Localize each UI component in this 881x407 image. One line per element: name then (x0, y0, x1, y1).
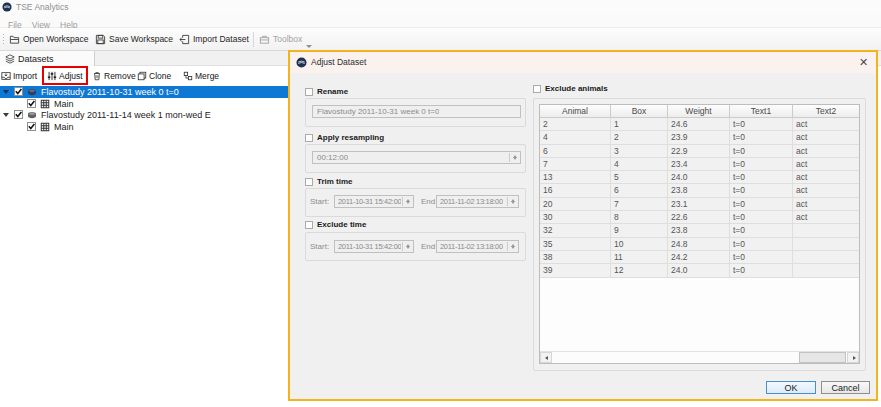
toolbar-save-workspace[interactable]: Save Workspace (95, 28, 173, 50)
table-row[interactable]: 381124.2t=0 (540, 251, 859, 264)
table-row[interactable]: 6322.9t=0act (540, 145, 859, 158)
toolbar-label: Import Dataset (193, 34, 249, 44)
table-cell: t=0 (730, 171, 793, 183)
trim-end-input[interactable]: 2011-11-02 13:18:00 (436, 195, 519, 208)
table-row[interactable]: 20723.1t=0act (540, 198, 859, 211)
table-cell (793, 264, 859, 276)
table-cell: t=0 (730, 158, 793, 170)
trim-start-input[interactable]: 2011-10-31 15:42:00 (334, 195, 414, 208)
scroll-right-icon[interactable] (847, 352, 859, 363)
tree-item[interactable]: Flavostudy 2011-11-14 week 1 mon-wed E (0, 109, 310, 121)
apply-resampling-checkbox[interactable] (305, 134, 313, 142)
trim-time-checkbox[interactable] (305, 178, 313, 186)
window-titlebar: TSE Analytics (0, 0, 881, 14)
table-row[interactable]: 351024.8t=0 (540, 238, 859, 251)
table-row[interactable]: 391224.0t=0 (540, 264, 859, 277)
table-cell: 2 (540, 118, 611, 130)
expand-arrow-icon[interactable] (3, 90, 9, 94)
table-cell: t=0 (730, 224, 793, 236)
column-header-box[interactable]: Box (611, 105, 668, 117)
close-icon[interactable]: ✕ (857, 56, 870, 69)
table-cell: 4 (540, 131, 611, 143)
tree-item[interactable]: Main (0, 121, 310, 133)
animals-table-hscrollbar[interactable] (540, 351, 859, 363)
tree-item[interactable]: Flavostudy 2011-10-31 week 0 t=0 (0, 86, 310, 98)
column-header-text2[interactable]: Text2 (793, 105, 859, 117)
table-cell: 23.4 (668, 158, 730, 170)
rename-label: Rename (317, 87, 348, 97)
animals-table-empty-area (540, 278, 859, 351)
column-header-weight[interactable]: Weight (668, 105, 730, 117)
column-header-text1[interactable]: Text1 (730, 105, 793, 117)
column-header-animal[interactable]: Animal (540, 105, 611, 117)
open-workspace-icon (9, 34, 20, 45)
exclude-animals-checkbox[interactable] (533, 85, 541, 93)
rename-checkbox[interactable] (305, 88, 313, 96)
exclude-end-input[interactable]: 2011-11-02 13:18:00 (436, 240, 519, 253)
toolbar-handle[interactable] (2, 33, 6, 46)
resampling-input[interactable]: 00:12:00 (312, 151, 521, 164)
table-cell: 5 (611, 171, 668, 183)
exclude-end-spinner[interactable] (507, 242, 517, 251)
table-cell: 4 (611, 158, 668, 170)
resampling-spinner[interactable] (509, 153, 519, 162)
table-row[interactable]: 30822.6t=0act (540, 211, 859, 224)
table-row[interactable]: 2124.6t=0act (540, 118, 859, 131)
exclude-start-input[interactable]: 2011-10-31 15:42:00 (334, 240, 414, 253)
table-cell: 39 (540, 264, 611, 276)
expand-arrow-icon[interactable] (3, 113, 9, 117)
dataset-icon (27, 110, 37, 120)
datasets-remove-button[interactable]: Remove (92, 66, 136, 85)
table-cell: 1 (611, 118, 668, 130)
import-icon (1, 71, 11, 81)
toolbar-open-workspace[interactable]: Open Workspace (9, 28, 89, 50)
toolbar-toolbox[interactable]: Toolbox (259, 28, 302, 50)
tree-item-checkbox[interactable] (14, 87, 23, 96)
datasets-clone-button[interactable]: Clone (137, 66, 171, 85)
table-cell: act (793, 118, 859, 130)
trim-start-spinner[interactable] (402, 197, 412, 206)
scroll-left-icon[interactable] (540, 352, 552, 363)
table-row[interactable]: 16623.8t=0act (540, 184, 859, 197)
tree-item[interactable]: Main (0, 98, 310, 110)
table-row[interactable]: 4223.9t=0act (540, 131, 859, 144)
tree-item-checkbox[interactable] (27, 122, 36, 131)
table-cell: 12 (611, 264, 668, 276)
tree-item-checkbox[interactable] (27, 99, 36, 108)
table-cell: t=0 (730, 118, 793, 130)
tree-item-checkbox[interactable] (14, 110, 23, 119)
table-row[interactable]: 32923.8t=0 (540, 224, 859, 237)
merge-icon (183, 71, 193, 81)
cancel-button[interactable]: Cancel (821, 381, 870, 394)
trim-end-label: End: (421, 195, 437, 208)
ok-button[interactable]: OK (766, 381, 816, 394)
scrollbar-thumb[interactable] (799, 352, 846, 363)
main-toolbar: Open WorkspaceSave WorkspaceImport Datas… (0, 28, 881, 51)
datasets-adjust-button[interactable]: Adjust (47, 66, 83, 85)
clone-icon (137, 71, 147, 81)
table-cell: t=0 (730, 211, 793, 223)
datasets-import-button[interactable]: Import (1, 66, 37, 85)
table-cell: t=0 (730, 131, 793, 143)
table-cell: 16 (540, 184, 611, 196)
toolbox-menu-arrow-icon[interactable] (306, 45, 312, 48)
exclude-start-spinner[interactable] (402, 242, 412, 251)
table-row[interactable]: 13524.0t=0act (540, 171, 859, 184)
table-cell: t=0 (730, 251, 793, 263)
trim-end-spinner[interactable] (507, 197, 517, 206)
dialog-titlebar[interactable]: Adjust Dataset ✕ (290, 52, 876, 73)
exclude-time-label: Exclude time (317, 220, 366, 230)
table-cell: 30 (540, 211, 611, 223)
toolbar-label: Save Workspace (109, 34, 173, 44)
table-cell: 24.6 (668, 118, 730, 130)
toolbar-import-dataset[interactable]: Import Dataset (179, 28, 249, 50)
button-label: Adjust (59, 71, 83, 81)
datasets-merge-button[interactable]: Merge (183, 66, 219, 85)
tab-datasets[interactable]: Datasets (0, 51, 95, 66)
exclude-time-checkbox[interactable] (305, 221, 313, 229)
toolbar-label: Open Workspace (23, 34, 89, 44)
table-row[interactable]: 7423.4t=0act (540, 158, 859, 171)
table-cell: 6 (611, 184, 668, 196)
rename-input[interactable]: Flavostudy 2011-10-31 week 0 t=0 (312, 105, 521, 118)
table-cell: t=0 (730, 198, 793, 210)
